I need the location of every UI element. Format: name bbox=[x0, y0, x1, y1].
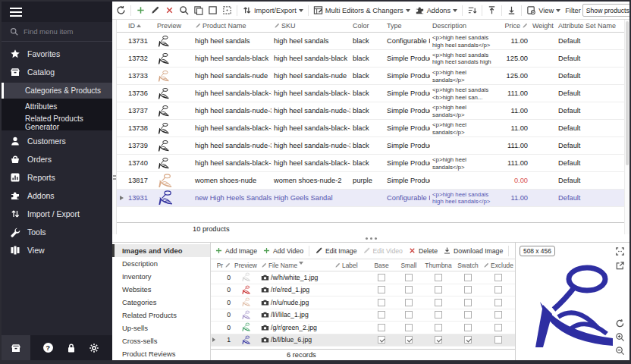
swatch-checkbox[interactable] bbox=[464, 299, 472, 306]
product-row[interactable]: 13737 high heel sandals-nude-36 high hee… bbox=[117, 102, 624, 120]
column-header-position[interactable]: Pr bbox=[217, 262, 232, 269]
column-header-preview[interactable]: Preview bbox=[155, 22, 193, 30]
scrollbar-thumb[interactable] bbox=[626, 21, 629, 165]
base-checkbox[interactable] bbox=[378, 324, 385, 331]
sidebar-item-favorites[interactable]: Favorites bbox=[2, 45, 112, 63]
actual-size-icon[interactable] bbox=[615, 246, 625, 256]
product-row[interactable]: 13738 high heel sandals-black-37 high he… bbox=[117, 120, 624, 137]
product-row[interactable]: 13817 women shoes-nude women shoes-nude-… bbox=[117, 172, 624, 190]
tab-websites[interactable]: Websites bbox=[112, 283, 210, 296]
column-header-preview[interactable]: Preview bbox=[232, 262, 259, 269]
search-button[interactable] bbox=[177, 4, 190, 17]
sort-button[interactable] bbox=[466, 4, 479, 17]
refresh-button[interactable] bbox=[115, 4, 127, 17]
thumbnail-checkbox[interactable] bbox=[435, 274, 442, 281]
menu-search-input[interactable] bbox=[24, 27, 99, 36]
sidebar-search[interactable] bbox=[2, 22, 112, 42]
lock-icon[interactable] bbox=[66, 343, 77, 353]
column-header-color[interactable]: Color bbox=[350, 22, 385, 30]
small-checkbox[interactable] bbox=[405, 274, 413, 281]
column-header-id[interactable]: ID bbox=[126, 22, 155, 30]
external-link-icon[interactable] bbox=[615, 261, 625, 271]
product-row[interactable]: 13740 high heel sandals-black-38 high he… bbox=[117, 155, 624, 172]
column-header-weight[interactable]: Weight bbox=[530, 22, 556, 30]
exclude-checkbox[interactable] bbox=[494, 324, 502, 331]
exclude-checkbox[interactable] bbox=[494, 274, 502, 281]
collapse-button[interactable] bbox=[505, 4, 518, 17]
image-row-selected[interactable]: 1 /b/l/blue_6.jpg bbox=[211, 334, 515, 347]
base-checkbox[interactable] bbox=[378, 311, 385, 318]
image-row[interactable]: 0 /l/i/lilac_1.jpg bbox=[211, 309, 515, 322]
filter-select[interactable]: Show products from selected categories bbox=[582, 4, 629, 17]
image-row[interactable]: 0 /g/r/green_2.jpg bbox=[211, 322, 515, 334]
sidebar-item-attributes[interactable]: Attributes bbox=[2, 99, 112, 115]
thumbnail-checkbox[interactable] bbox=[435, 286, 442, 293]
column-header-label[interactable]: Label bbox=[333, 262, 368, 269]
vertical-splitter[interactable] bbox=[112, 20, 117, 234]
product-row[interactable]: 13733 high heel sandals-nude high heel s… bbox=[117, 67, 624, 85]
image-row[interactable]: 0 /r/e/red_1.jpg bbox=[211, 284, 515, 297]
thumbnail-checkbox[interactable] bbox=[435, 336, 442, 344]
swatch-checkbox[interactable] bbox=[464, 274, 472, 281]
column-header-sku[interactable]: SKU bbox=[272, 22, 350, 30]
swatch-checkbox[interactable] bbox=[464, 286, 472, 293]
select-button[interactable] bbox=[206, 4, 219, 17]
column-header-thumbnail[interactable]: Thumbna bbox=[422, 262, 454, 269]
column-header-file-name[interactable]: File Name bbox=[259, 262, 333, 269]
add-image-button[interactable]: Add Image bbox=[213, 245, 259, 256]
tab-description[interactable]: Description bbox=[112, 257, 210, 270]
edit-image-button[interactable]: Edit Image bbox=[313, 245, 359, 256]
small-checkbox[interactable] bbox=[405, 336, 413, 344]
sidebar-item-related-products-generator[interactable]: Related Products Generator bbox=[2, 115, 112, 130]
rotate-icon[interactable] bbox=[615, 318, 625, 328]
tab-up-sells[interactable]: Up-sells bbox=[112, 322, 210, 334]
product-row[interactable]: 13739 high heel sandals-nude-37 high hee… bbox=[117, 137, 624, 155]
column-header-price[interactable]: Price bbox=[498, 22, 530, 30]
horizontal-splitter[interactable] bbox=[112, 234, 629, 242]
column-header-type[interactable]: Type bbox=[385, 22, 430, 30]
addons-menu[interactable]: Addons bbox=[413, 4, 460, 17]
column-header-small[interactable]: Small bbox=[395, 262, 422, 269]
sidebar-item-orders[interactable]: Orders bbox=[2, 150, 112, 168]
help-icon[interactable]: ? bbox=[43, 343, 53, 353]
small-checkbox[interactable] bbox=[405, 311, 413, 318]
small-checkbox[interactable] bbox=[405, 286, 413, 293]
expand-button[interactable] bbox=[485, 4, 498, 17]
download-image-button[interactable]: Download Image bbox=[441, 245, 504, 256]
product-row[interactable]: 13736 high heel sandals-black-36 high he… bbox=[117, 85, 624, 102]
swatch-checkbox[interactable] bbox=[464, 324, 472, 331]
product-row[interactable]: 13732 high heel sandals-black high heel … bbox=[117, 50, 624, 67]
base-checkbox[interactable] bbox=[378, 274, 385, 281]
thumbnail-checkbox[interactable] bbox=[435, 324, 442, 331]
copy-button[interactable] bbox=[192, 4, 205, 17]
add-video-button[interactable]: Add Video bbox=[261, 245, 305, 256]
hamburger-menu-icon[interactable] bbox=[10, 11, 22, 13]
exclude-checkbox[interactable] bbox=[494, 311, 502, 318]
swatch-checkbox[interactable] bbox=[464, 336, 472, 344]
tab-related-products[interactable]: Related Products bbox=[112, 309, 210, 322]
sidebar-item-view[interactable]: View bbox=[2, 241, 112, 259]
tab-categories[interactable]: Categories bbox=[112, 296, 210, 309]
tab-inventory[interactable]: Inventory bbox=[112, 270, 210, 283]
sidebar-item-import-export[interactable]: Import / Export bbox=[2, 205, 112, 223]
exclude-checkbox[interactable] bbox=[494, 286, 502, 293]
multi-editors-menu[interactable]: Multi Editors & Changers bbox=[312, 4, 412, 17]
exclude-checkbox[interactable] bbox=[494, 336, 502, 344]
sidebar-item-customers[interactable]: Customers bbox=[2, 132, 112, 150]
thumbnail-checkbox[interactable] bbox=[435, 299, 442, 306]
small-checkbox[interactable] bbox=[405, 299, 413, 306]
thumbnail-checkbox[interactable] bbox=[435, 311, 442, 318]
sidebar-item-categories-products[interactable]: Categories & Products bbox=[2, 83, 112, 99]
column-header-attribute-set[interactable]: Attribute Set Name bbox=[556, 22, 624, 30]
sidebar-item-addons[interactable]: Addons bbox=[2, 187, 112, 205]
gear-icon[interactable] bbox=[89, 343, 99, 353]
small-checkbox[interactable] bbox=[405, 324, 413, 331]
product-row[interactable]: 13731 high heel sandals high heel sandal… bbox=[117, 33, 624, 50]
add-product-button[interactable] bbox=[134, 4, 147, 17]
import-export-menu[interactable]: Import/Export bbox=[240, 4, 305, 17]
tab-product-reviews[interactable]: Product Reviews bbox=[112, 347, 210, 360]
base-checkbox[interactable] bbox=[378, 299, 385, 306]
sidebar-item-tools[interactable]: Tools bbox=[2, 223, 112, 241]
column-header-product-name[interactable]: Product Name bbox=[193, 22, 272, 30]
base-checkbox[interactable] bbox=[378, 286, 385, 293]
